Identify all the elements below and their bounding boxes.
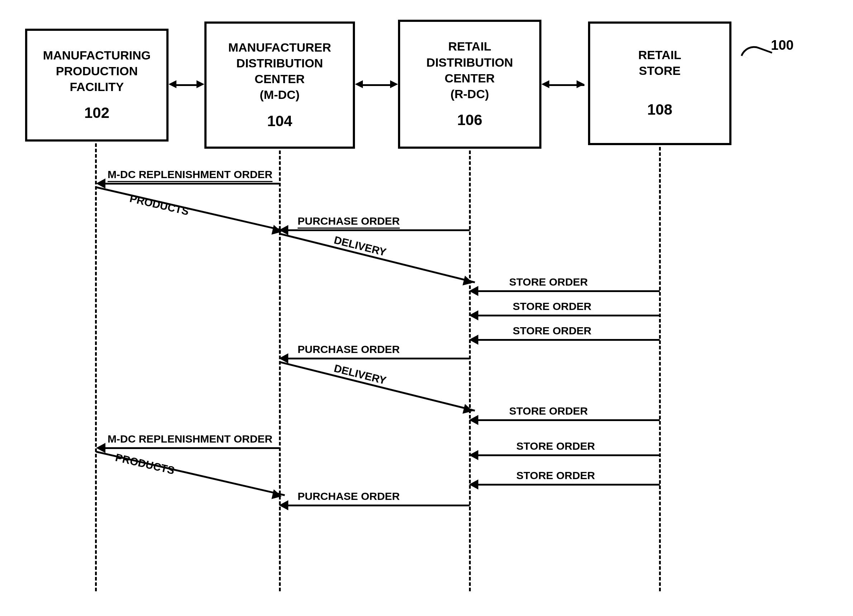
arrow-m8 [287, 358, 470, 359]
diagram-canvas: MANUFACTURING PRODUCTION FACILITY 102 MA… [0, 0, 853, 616]
label-m2: PRODUCTS [128, 192, 190, 218]
box-104-line4: (M-DC) [260, 87, 299, 103]
box-106-ref: 106 [457, 110, 482, 130]
arrow-m7 [477, 339, 660, 341]
box-104-line2: DISTRIBUTION [236, 55, 323, 71]
box-102-ref: 102 [84, 103, 109, 123]
label-m1: M-DC REPLENISHMENT ORDER [108, 168, 273, 181]
arrow-m11 [477, 454, 660, 456]
arrow-m10 [477, 419, 660, 421]
participant-box-108: RETAIL STORE 108 [588, 21, 732, 145]
label-m7: STORE ORDER [513, 325, 591, 337]
double-arrow-head-left-104-106 [355, 80, 363, 88]
arrow-m15 [287, 504, 470, 506]
arrow-m4 [280, 233, 475, 283]
box-108-line2: STORE [639, 63, 681, 79]
box-102-line1: MANUFACTURING [43, 47, 150, 63]
lifeline-104 [279, 150, 281, 591]
arrow-head-m12 [469, 480, 478, 489]
box-102-line2: PRODUCTION [56, 63, 138, 79]
box-106-line2: DISTRIBUTION [426, 54, 513, 70]
arrow-m6 [477, 315, 660, 316]
arrow-head-m10 [469, 415, 478, 425]
label-m15: PURCHASE ORDER [297, 490, 400, 502]
participant-box-104: MANUFACTURER DISTRIBUTION CENTER (M-DC) … [204, 21, 355, 149]
arrow-head-m14 [272, 489, 283, 501]
box-106-line4: (R-DC) [450, 86, 489, 102]
label-m11: STORE ORDER [516, 440, 595, 452]
double-arrow-head-right-104-106 [390, 80, 398, 88]
figure-ref-leader [741, 42, 773, 65]
arrow-m5 [477, 290, 660, 292]
label-m6: STORE ORDER [513, 300, 591, 312]
label-m14: PRODUCTS [114, 451, 176, 477]
double-arrow-104-106 [358, 84, 395, 86]
arrow-m2 [96, 186, 285, 232]
arrow-head-m9 [463, 404, 474, 416]
arrow-head-m6 [469, 310, 478, 320]
box-104-line3: CENTER [255, 71, 305, 87]
lifeline-108 [659, 147, 661, 591]
arrow-m13 [104, 447, 280, 449]
label-m9: DELIVERY [333, 362, 388, 387]
label-m13: M-DC REPLENISHMENT ORDER [108, 433, 273, 445]
arrow-m12 [477, 484, 660, 486]
arrow-head-m7 [469, 335, 478, 345]
arrow-m3 [287, 229, 470, 231]
arrow-head-m5 [469, 286, 478, 296]
lifeline-102 [95, 143, 97, 591]
label-m4: DELIVERY [333, 234, 388, 258]
arrow-head-m15 [279, 500, 288, 510]
box-108-ref: 108 [647, 100, 672, 120]
double-arrow-head-right-102-104 [196, 80, 204, 88]
label-m5: STORE ORDER [509, 276, 588, 288]
participant-box-102: MANUFACTURING PRODUCTION FACILITY 102 [25, 29, 168, 142]
label-m12: STORE ORDER [516, 469, 595, 481]
label-m10: STORE ORDER [509, 405, 588, 417]
box-104-line1: MANUFACTURER [228, 39, 331, 55]
arrow-m1 [104, 183, 280, 185]
box-104-ref: 104 [267, 112, 292, 131]
label-m8: PURCHASE ORDER [297, 343, 400, 356]
double-arrow-head-left-106-108 [542, 80, 549, 88]
lifeline-106 [469, 150, 471, 591]
arrow-m9 [280, 361, 475, 412]
box-106-line1: RETAIL [448, 38, 491, 54]
label-m3: PURCHASE ORDER [297, 215, 400, 227]
box-108-line1: RETAIL [638, 47, 681, 63]
figure-ref-label: 100 [771, 38, 794, 53]
participant-box-106: RETAIL DISTRIBUTION CENTER (R-DC) 106 [398, 20, 542, 149]
double-arrow-head-right-106-108 [577, 80, 584, 88]
arrow-head-m11 [469, 450, 478, 460]
double-arrow-head-left-102-104 [168, 80, 176, 88]
box-102-line3: FACILITY [70, 79, 124, 95]
box-106-line3: CENTER [445, 70, 495, 86]
